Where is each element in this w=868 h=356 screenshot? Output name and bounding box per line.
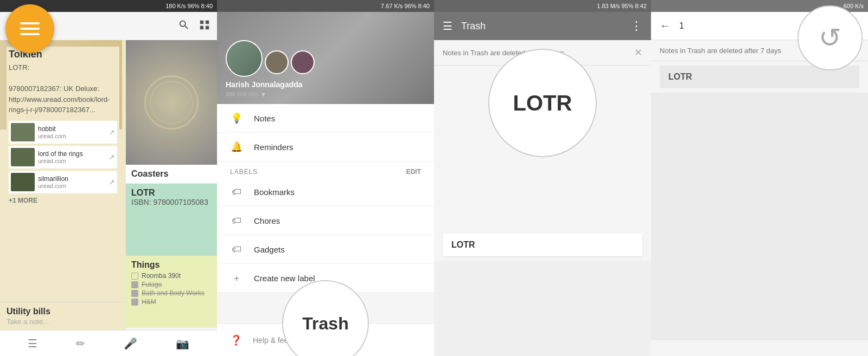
edit-labels-button[interactable]: EDIT bbox=[406, 168, 421, 176]
chores-label: Chores bbox=[254, 216, 280, 225]
coasters-title: Coasters bbox=[131, 169, 212, 179]
panel-note-detail: 600 K/s ← 1 ↺ Notes in Trash are deleted… bbox=[651, 0, 868, 356]
empty-area-4 bbox=[651, 93, 868, 340]
left-column: Tolkien LOTR: 9780007182367: UK Deluxe: … bbox=[0, 40, 126, 328]
delete-warning-text-4: Notes in Trash are deleted after 7 days bbox=[660, 47, 781, 55]
lotr-card[interactable]: LOTR ISBN: 9780007105083 bbox=[126, 184, 217, 256]
lotr-circle-text: LOTR bbox=[513, 91, 572, 115]
labels-section-header: Labels EDIT bbox=[217, 161, 434, 178]
more-badge[interactable]: +1 MORE bbox=[9, 197, 117, 204]
history-icon: ↺ bbox=[819, 22, 841, 54]
things-title: Things bbox=[131, 260, 212, 270]
utility-bills-card[interactable]: Utility bills Take a note... bbox=[0, 302, 126, 328]
toolbar-icons-1 bbox=[178, 19, 210, 33]
things-item-hm: H&M bbox=[131, 298, 212, 306]
status-bar-2: 7.67 K/s 96% 8:40 bbox=[217, 0, 434, 12]
coasters-card[interactable]: Coasters bbox=[126, 165, 217, 184]
gadgets-label: Gadgets bbox=[254, 245, 285, 254]
reminders-menu-label: Reminders bbox=[254, 143, 293, 152]
question-icon: ❓ bbox=[230, 334, 242, 346]
take-note-placeholder: Take a note... bbox=[7, 318, 119, 326]
tolkien-body: LOTR: 9780007182367: UK Deluxe: http://w… bbox=[9, 62, 117, 115]
search-icon[interactable] bbox=[178, 19, 190, 33]
menu-button[interactable] bbox=[5, 4, 54, 53]
label-chores-icon: 🏷 bbox=[230, 214, 243, 227]
coasters-image bbox=[126, 40, 217, 165]
menu-item-bookmarks[interactable]: 🏷 Bookmarks bbox=[217, 178, 434, 206]
note-detail-toolbar: ← 1 ↺ bbox=[651, 12, 868, 40]
lotr-card-title: LOTR bbox=[131, 188, 212, 198]
lotr-isbn: ISBN: 9780007105083 bbox=[131, 198, 212, 206]
panel-trash-view: 1.83 M/s 95% 8:42 ☰ Trash ⋮ Notes in Tra… bbox=[434, 0, 651, 356]
create-new-label: Create new label bbox=[254, 274, 315, 283]
camera-icon[interactable]: 📷 bbox=[176, 337, 189, 350]
hamburger-icon-3[interactable]: ☰ bbox=[443, 20, 452, 33]
things-item-futago: Futago bbox=[131, 281, 212, 288]
history-circle-overlay[interactable]: ↺ bbox=[797, 5, 863, 70]
profile-avatar-2[interactable] bbox=[265, 50, 289, 74]
grid-view-icon[interactable] bbox=[199, 19, 210, 33]
profile-avatar-main[interactable] bbox=[226, 40, 263, 77]
panel-google-keep-main: 180 K/s 96% 8:40 Tolkien LOTR: 97 bbox=[0, 0, 217, 356]
note-detail-title: LOTR bbox=[668, 72, 692, 81]
things-item-bath: Bath and Body Works bbox=[131, 289, 212, 297]
plus-icon: ＋ bbox=[230, 271, 243, 284]
link-lotr[interactable]: lord of the rings uread.com ↗ bbox=[9, 146, 117, 169]
link-hobbit[interactable]: hobbit uread.com ↗ bbox=[9, 121, 117, 144]
empty-area-3 bbox=[434, 261, 651, 356]
bookmarks-label: Bookmarks bbox=[254, 187, 295, 197]
username-label: Harish Jonnalagadda bbox=[226, 80, 303, 89]
back-button[interactable]: ← bbox=[660, 20, 671, 32]
labels-header-text: Labels bbox=[230, 168, 258, 176]
lotr-note-card[interactable]: LOTR bbox=[443, 234, 642, 256]
panel-navigation-drawer: 7.67 K/s 96% 8:40 Harish Jonnalagadda ▾ … bbox=[217, 0, 434, 356]
notes-menu-label: Notes bbox=[254, 114, 275, 123]
things-item-roomba: Roomba 390t bbox=[131, 272, 212, 280]
hamburger-icon bbox=[20, 22, 40, 35]
lightbulb-icon: 💡 bbox=[230, 112, 243, 125]
bottom-bar-1: ☰ ✏ 🎤 📷 bbox=[0, 330, 217, 356]
hobbit-thumb bbox=[11, 123, 35, 141]
dropdown-chevron[interactable]: ▾ bbox=[261, 90, 265, 99]
profile-avatar-3[interactable] bbox=[291, 50, 315, 74]
silm-thumb bbox=[11, 173, 35, 191]
edit-icon[interactable]: ✏ bbox=[76, 337, 85, 350]
link-lotr-text: lord of the rings uread.com bbox=[38, 150, 105, 164]
external-link-icon-3: ↗ bbox=[108, 178, 115, 186]
label-bookmarks-icon: 🏷 bbox=[230, 185, 243, 198]
link-silmarillion[interactable]: silmarillion uread.com ↗ bbox=[9, 171, 117, 193]
checkbox-bath bbox=[131, 290, 138, 297]
mic-icon[interactable]: 🎤 bbox=[124, 337, 137, 350]
menu-item-notes[interactable]: 💡 Notes bbox=[217, 104, 434, 133]
profile-header: Harish Jonnalagadda ▾ bbox=[217, 12, 434, 104]
email-bar: ▾ bbox=[226, 90, 265, 99]
lotr-thumb bbox=[11, 148, 35, 166]
utility-bills-title: Utility bills bbox=[7, 307, 119, 316]
nav-menu: 💡 Notes 🔔 Reminders Labels EDIT 🏷 Bookma… bbox=[217, 104, 434, 293]
email-dots bbox=[226, 92, 258, 96]
trash-title: Trash bbox=[461, 21, 622, 32]
lotr-note-title: LOTR bbox=[451, 240, 475, 249]
lotr-big-circle-overlay[interactable]: LOTR bbox=[488, 49, 597, 157]
label-gadgets-icon: 🏷 bbox=[230, 243, 243, 256]
more-icon[interactable]: ⋮ bbox=[630, 19, 642, 33]
external-link-icon: ↗ bbox=[108, 128, 115, 137]
menu-item-chores[interactable]: 🏷 Chores bbox=[217, 206, 434, 235]
link-hobbit-text: hobbit uread.com bbox=[38, 125, 105, 139]
tolkien-links: hobbit uread.com ↗ lord of the rings ure… bbox=[9, 121, 117, 193]
trash-toolbar: ☰ Trash ⋮ bbox=[434, 12, 651, 40]
things-card[interactable]: Things Roomba 390t Futago Bath and Body … bbox=[126, 256, 217, 328]
checkbox-futago bbox=[131, 281, 138, 288]
bell-icon: 🔔 bbox=[230, 140, 243, 153]
link-silm-text: silmarillion uread.com bbox=[38, 175, 105, 189]
tolkien-card[interactable]: Tolkien LOTR: 9780007182367: UK Deluxe: … bbox=[7, 47, 119, 206]
external-link-icon-2: ↗ bbox=[108, 153, 115, 161]
menu-item-reminders[interactable]: 🔔 Reminders bbox=[217, 133, 434, 161]
content-area-1: Tolkien LOTR: 9780007182367: UK Deluxe: … bbox=[0, 40, 217, 328]
close-banner-button[interactable]: ✕ bbox=[634, 47, 642, 59]
checkbox-hm bbox=[131, 299, 138, 306]
trash-circle-text: Trash bbox=[302, 314, 348, 334]
list-icon[interactable]: ☰ bbox=[28, 337, 37, 350]
status-bar-3: 1.83 M/s 95% 8:42 bbox=[434, 0, 651, 12]
menu-item-gadgets[interactable]: 🏷 Gadgets bbox=[217, 235, 434, 264]
